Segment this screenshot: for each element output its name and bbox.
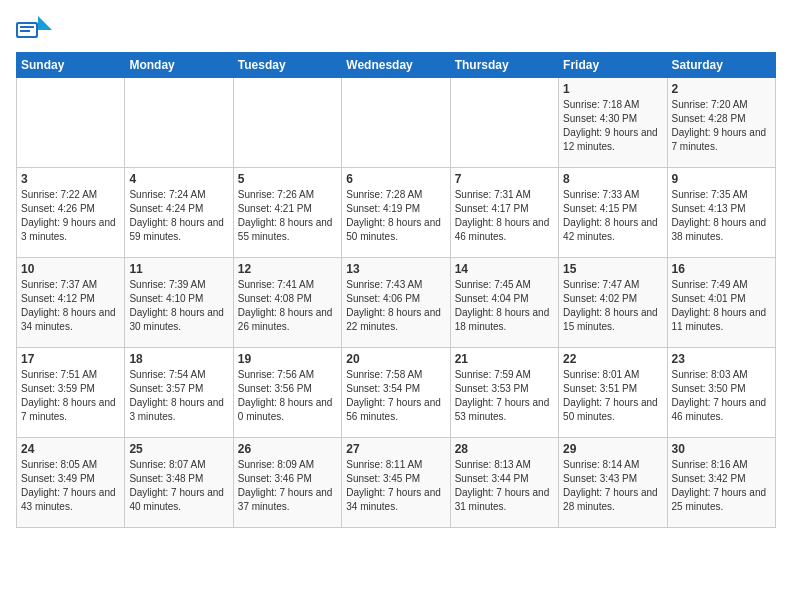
cell-sunrise: Sunrise: 8:07 AM (129, 459, 205, 470)
cell-sunrise: Sunrise: 7:51 AM (21, 369, 97, 380)
cell-daylight: Daylight: 8 hours and 50 minutes. (346, 217, 441, 242)
cell-sunrise: Sunrise: 7:37 AM (21, 279, 97, 290)
weekday-header-sunday: Sunday (17, 53, 125, 78)
calendar-cell: 1Sunrise: 7:18 AMSunset: 4:30 PMDaylight… (559, 78, 667, 168)
svg-marker-1 (38, 16, 52, 30)
day-number: 6 (346, 172, 445, 186)
cell-sunrise: Sunrise: 7:22 AM (21, 189, 97, 200)
cell-sunset: Sunset: 4:19 PM (346, 203, 420, 214)
cell-sunrise: Sunrise: 8:01 AM (563, 369, 639, 380)
cell-daylight: Daylight: 8 hours and 38 minutes. (672, 217, 767, 242)
cell-sunrise: Sunrise: 7:31 AM (455, 189, 531, 200)
cell-sunset: Sunset: 3:45 PM (346, 473, 420, 484)
calendar-cell: 27Sunrise: 8:11 AMSunset: 3:45 PMDayligh… (342, 438, 450, 528)
day-number: 11 (129, 262, 228, 276)
calendar-cell (17, 78, 125, 168)
cell-sunset: Sunset: 4:08 PM (238, 293, 312, 304)
cell-daylight: Daylight: 7 hours and 43 minutes. (21, 487, 116, 512)
cell-sunset: Sunset: 4:13 PM (672, 203, 746, 214)
calendar-cell: 30Sunrise: 8:16 AMSunset: 3:42 PMDayligh… (667, 438, 775, 528)
day-number: 8 (563, 172, 662, 186)
calendar-cell: 22Sunrise: 8:01 AMSunset: 3:51 PMDayligh… (559, 348, 667, 438)
calendar-cell: 29Sunrise: 8:14 AMSunset: 3:43 PMDayligh… (559, 438, 667, 528)
calendar-cell: 2Sunrise: 7:20 AMSunset: 4:28 PMDaylight… (667, 78, 775, 168)
cell-sunset: Sunset: 4:10 PM (129, 293, 203, 304)
calendar-cell: 12Sunrise: 7:41 AMSunset: 4:08 PMDayligh… (233, 258, 341, 348)
cell-sunset: Sunset: 3:54 PM (346, 383, 420, 394)
day-number: 9 (672, 172, 771, 186)
cell-sunset: Sunset: 3:57 PM (129, 383, 203, 394)
day-number: 13 (346, 262, 445, 276)
day-number: 25 (129, 442, 228, 456)
day-number: 5 (238, 172, 337, 186)
cell-daylight: Daylight: 8 hours and 59 minutes. (129, 217, 224, 242)
cell-sunset: Sunset: 3:53 PM (455, 383, 529, 394)
calendar-cell: 15Sunrise: 7:47 AMSunset: 4:02 PMDayligh… (559, 258, 667, 348)
calendar-week-3: 10Sunrise: 7:37 AMSunset: 4:12 PMDayligh… (17, 258, 776, 348)
day-number: 24 (21, 442, 120, 456)
cell-sunrise: Sunrise: 8:16 AM (672, 459, 748, 470)
cell-sunrise: Sunrise: 7:41 AM (238, 279, 314, 290)
cell-daylight: Daylight: 8 hours and 34 minutes. (21, 307, 116, 332)
calendar-cell: 6Sunrise: 7:28 AMSunset: 4:19 PMDaylight… (342, 168, 450, 258)
weekday-header-wednesday: Wednesday (342, 53, 450, 78)
cell-daylight: Daylight: 7 hours and 37 minutes. (238, 487, 333, 512)
cell-sunrise: Sunrise: 7:43 AM (346, 279, 422, 290)
calendar-cell: 16Sunrise: 7:49 AMSunset: 4:01 PMDayligh… (667, 258, 775, 348)
day-number: 27 (346, 442, 445, 456)
cell-sunset: Sunset: 4:01 PM (672, 293, 746, 304)
cell-sunset: Sunset: 3:42 PM (672, 473, 746, 484)
calendar-cell: 9Sunrise: 7:35 AMSunset: 4:13 PMDaylight… (667, 168, 775, 258)
calendar-cell: 18Sunrise: 7:54 AMSunset: 3:57 PMDayligh… (125, 348, 233, 438)
weekday-header-thursday: Thursday (450, 53, 558, 78)
weekday-header-row: SundayMondayTuesdayWednesdayThursdayFrid… (17, 53, 776, 78)
cell-daylight: Daylight: 8 hours and 55 minutes. (238, 217, 333, 242)
calendar-cell: 7Sunrise: 7:31 AMSunset: 4:17 PMDaylight… (450, 168, 558, 258)
cell-sunset: Sunset: 3:48 PM (129, 473, 203, 484)
cell-daylight: Daylight: 7 hours and 31 minutes. (455, 487, 550, 512)
day-number: 16 (672, 262, 771, 276)
svg-rect-4 (20, 30, 30, 32)
cell-sunrise: Sunrise: 7:47 AM (563, 279, 639, 290)
calendar-cell: 25Sunrise: 8:07 AMSunset: 3:48 PMDayligh… (125, 438, 233, 528)
day-number: 4 (129, 172, 228, 186)
cell-daylight: Daylight: 7 hours and 25 minutes. (672, 487, 767, 512)
day-number: 1 (563, 82, 662, 96)
cell-daylight: Daylight: 9 hours and 3 minutes. (21, 217, 116, 242)
cell-sunrise: Sunrise: 8:14 AM (563, 459, 639, 470)
cell-daylight: Daylight: 7 hours and 53 minutes. (455, 397, 550, 422)
day-number: 22 (563, 352, 662, 366)
cell-sunrise: Sunrise: 7:18 AM (563, 99, 639, 110)
cell-sunset: Sunset: 4:30 PM (563, 113, 637, 124)
cell-sunset: Sunset: 4:12 PM (21, 293, 95, 304)
cell-sunrise: Sunrise: 7:45 AM (455, 279, 531, 290)
day-number: 19 (238, 352, 337, 366)
cell-sunrise: Sunrise: 7:58 AM (346, 369, 422, 380)
calendar-cell (342, 78, 450, 168)
cell-sunset: Sunset: 3:51 PM (563, 383, 637, 394)
calendar-cell: 5Sunrise: 7:26 AMSunset: 4:21 PMDaylight… (233, 168, 341, 258)
cell-sunset: Sunset: 3:59 PM (21, 383, 95, 394)
cell-sunrise: Sunrise: 7:28 AM (346, 189, 422, 200)
calendar-cell: 28Sunrise: 8:13 AMSunset: 3:44 PMDayligh… (450, 438, 558, 528)
weekday-header-monday: Monday (125, 53, 233, 78)
cell-daylight: Daylight: 7 hours and 28 minutes. (563, 487, 658, 512)
calendar-week-2: 3Sunrise: 7:22 AMSunset: 4:26 PMDaylight… (17, 168, 776, 258)
cell-sunrise: Sunrise: 7:49 AM (672, 279, 748, 290)
weekday-header-tuesday: Tuesday (233, 53, 341, 78)
calendar-cell: 20Sunrise: 7:58 AMSunset: 3:54 PMDayligh… (342, 348, 450, 438)
calendar-cell: 23Sunrise: 8:03 AMSunset: 3:50 PMDayligh… (667, 348, 775, 438)
calendar-cell: 17Sunrise: 7:51 AMSunset: 3:59 PMDayligh… (17, 348, 125, 438)
calendar-cell: 11Sunrise: 7:39 AMSunset: 4:10 PMDayligh… (125, 258, 233, 348)
calendar-cell: 21Sunrise: 7:59 AMSunset: 3:53 PMDayligh… (450, 348, 558, 438)
cell-daylight: Daylight: 7 hours and 34 minutes. (346, 487, 441, 512)
cell-sunset: Sunset: 3:56 PM (238, 383, 312, 394)
cell-sunset: Sunset: 4:24 PM (129, 203, 203, 214)
calendar-week-1: 1Sunrise: 7:18 AMSunset: 4:30 PMDaylight… (17, 78, 776, 168)
day-number: 10 (21, 262, 120, 276)
cell-daylight: Daylight: 8 hours and 30 minutes. (129, 307, 224, 332)
cell-daylight: Daylight: 8 hours and 15 minutes. (563, 307, 658, 332)
calendar-cell: 4Sunrise: 7:24 AMSunset: 4:24 PMDaylight… (125, 168, 233, 258)
day-number: 18 (129, 352, 228, 366)
logo-icon (16, 16, 52, 44)
